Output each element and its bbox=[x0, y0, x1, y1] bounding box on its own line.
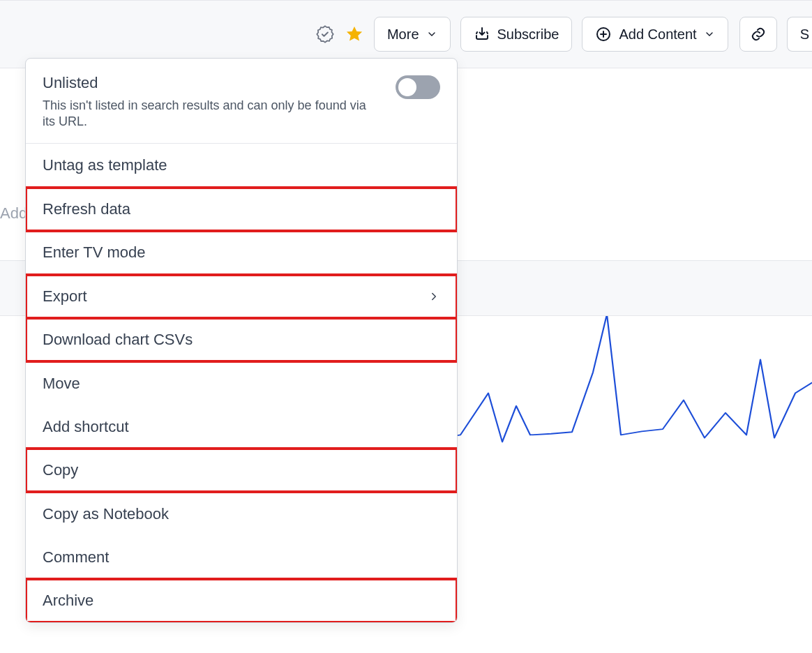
subscribe-label: Subscribe bbox=[497, 27, 559, 43]
subscribe-icon bbox=[474, 26, 490, 43]
unlisted-title: Unlisted bbox=[43, 74, 382, 92]
menu-item-add-shortcut[interactable]: Add shortcut bbox=[26, 405, 457, 449]
chevron-down-icon bbox=[704, 29, 715, 40]
menu-item-label: Export bbox=[43, 287, 87, 306]
dropdown-unlisted-row: Unlisted This isn't listed in search res… bbox=[26, 59, 457, 143]
menu-item-refresh-data[interactable]: Refresh data bbox=[26, 188, 457, 231]
menu-item-label: Move bbox=[43, 375, 80, 393]
plus-circle-icon bbox=[595, 26, 612, 43]
menu-item-download-chart-csvs[interactable]: Download chart CSVs bbox=[26, 318, 457, 361]
menu-item-copy[interactable]: Copy bbox=[26, 449, 457, 492]
link-button[interactable] bbox=[739, 17, 777, 52]
unlisted-desc: This isn't listed in search results and … bbox=[43, 98, 382, 130]
menu-item-archive[interactable]: Archive bbox=[26, 579, 457, 622]
add-content-label: Add Content bbox=[619, 27, 696, 43]
more-button[interactable]: More bbox=[374, 17, 451, 52]
menu-item-label: Copy as Notebook bbox=[43, 505, 169, 523]
unlisted-toggle[interactable] bbox=[396, 75, 440, 99]
menu-item-copy-as-notebook[interactable]: Copy as Notebook bbox=[26, 493, 457, 536]
share-label-initial: S bbox=[800, 27, 809, 43]
menu-item-enter-tv-mode[interactable]: Enter TV mode bbox=[26, 231, 457, 274]
menu-item-untag-as-template[interactable]: Untag as template bbox=[26, 144, 457, 187]
menu-item-label: Comment bbox=[43, 548, 109, 566]
menu-item-label: Untag as template bbox=[43, 156, 167, 174]
menu-item-label: Add shortcut bbox=[43, 418, 129, 436]
menu-item-label: Enter TV mode bbox=[43, 243, 146, 262]
star-icon[interactable] bbox=[345, 24, 364, 44]
verified-icon[interactable] bbox=[315, 24, 335, 44]
chevron-down-icon bbox=[426, 29, 437, 40]
add-content-button[interactable]: Add Content bbox=[582, 17, 728, 52]
menu-item-label: Download chart CSVs bbox=[43, 331, 193, 349]
menu-item-label: Archive bbox=[43, 592, 93, 610]
more-label: More bbox=[387, 27, 419, 43]
menu-item-label: Copy bbox=[43, 461, 78, 479]
chevron-right-icon bbox=[428, 290, 440, 303]
subscribe-button[interactable]: Subscribe bbox=[460, 17, 573, 52]
menu-item-label: Refresh data bbox=[43, 200, 130, 218]
more-dropdown: Unlisted This isn't listed in search res… bbox=[25, 58, 458, 623]
menu-item-move[interactable]: Move bbox=[26, 362, 457, 405]
menu-item-comment[interactable]: Comment bbox=[26, 536, 457, 579]
link-icon bbox=[750, 26, 767, 43]
add-hint: Add bbox=[0, 204, 27, 223]
share-button-partial[interactable]: S bbox=[787, 17, 812, 52]
menu-item-export[interactable]: Export bbox=[26, 275, 457, 318]
